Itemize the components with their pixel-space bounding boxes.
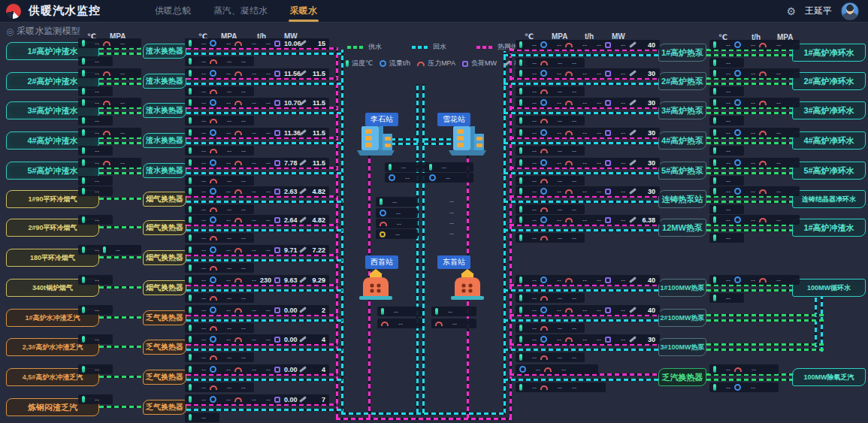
legend-label: 回水 (433, 42, 446, 52)
temp-icon (713, 99, 716, 106)
pump-node-9[interactable]: 2#100MW热泵 (658, 309, 706, 327)
legend-metric-items: 温度℃流量t/h压力MPA负荷MW标准 (346, 59, 534, 68)
readout-chip: ---- (78, 158, 141, 168)
exchanger-node-12[interactable]: 乏气换热器 (143, 370, 186, 385)
dest-node-6[interactable]: 连铸结晶器净环水 (792, 190, 866, 208)
dest-node-4[interactable]: 4#高炉净环水 (792, 131, 866, 150)
pipe-horizontal (504, 349, 658, 351)
pump-node-1[interactable]: 1#高炉热泵 (658, 44, 706, 62)
pump-node-6[interactable]: 连铸热泵站 (658, 190, 706, 208)
value: -- (235, 177, 246, 185)
readout-chip: -- (78, 86, 113, 96)
value: 4 (310, 336, 325, 343)
dest-node-5[interactable]: 5#高炉净环水 (792, 162, 866, 180)
tab-1[interactable]: 供暖总貌 (153, 0, 192, 23)
exchanger-node-10[interactable]: 乏气换热器 (143, 310, 186, 325)
row-readout: --------0.007 (185, 394, 329, 404)
exchanger-node-3[interactable]: 渣水换热器 (143, 103, 186, 118)
target-icon: ◎ (6, 26, 14, 37)
value: -- (221, 354, 231, 361)
dest-node-7[interactable]: 1#高炉冲渣水 (792, 219, 866, 237)
node-label: 1#高炉热泵 (661, 47, 703, 59)
value: -- (246, 188, 256, 195)
pump-node-11[interactable]: 乏汽换热器 (658, 368, 706, 386)
load-icon (274, 337, 280, 343)
value: -- (260, 40, 271, 47)
pipe-horizontal (186, 112, 343, 114)
value: -- (591, 99, 601, 107)
city-building-icon[interactable] (355, 123, 397, 159)
pressure-icon (565, 71, 573, 76)
pipe-horizontal (186, 142, 343, 144)
exchanger-node-13[interactable]: 乏气换热器 (143, 400, 186, 415)
value: -- (720, 234, 730, 242)
pipe-horizontal (706, 314, 824, 316)
pump-node-2[interactable]: 2#高炉热泵 (658, 72, 706, 90)
station-badge-3[interactable]: 西首站 (365, 255, 398, 269)
exchanger-node-8[interactable]: 烟气换热器 (143, 250, 186, 265)
pressure-icon (544, 367, 552, 372)
tab-2[interactable]: 蒸汽、凝结水 (212, 0, 269, 23)
pump-node-7[interactable]: 12MW热泵 (658, 219, 706, 237)
value: -- (89, 216, 99, 224)
pencil-icon (629, 216, 637, 223)
plant-building-icon[interactable] (449, 269, 485, 304)
exchanger-node-2[interactable]: 渣水换热器 (143, 74, 186, 89)
row-readout: --------2.644.82 (185, 215, 329, 225)
dest-node-1[interactable]: 1#高炉净环水 (792, 44, 866, 62)
plant-building-icon[interactable] (358, 269, 394, 304)
value: -- (720, 188, 730, 195)
pump-node-5[interactable]: 5#高炉热泵 (658, 162, 706, 180)
pressure-icon (234, 161, 242, 165)
pump-node-8[interactable]: 1#100MW热泵 (658, 279, 706, 297)
temp-icon (519, 216, 522, 223)
exchanger-node-7[interactable]: 烟气换热器 (143, 220, 186, 235)
value: -- (745, 276, 755, 284)
exchanger-node-6[interactable]: 烟气换热器 (143, 192, 186, 207)
value: -- (235, 325, 246, 332)
node-label: 渣水换热器 (146, 135, 183, 146)
temp-icon (713, 188, 716, 195)
value: -- (552, 117, 562, 125)
value: -- (576, 99, 587, 107)
pressure-icon (565, 131, 573, 135)
exchanger-node-1[interactable]: 渣水换热器 (143, 44, 186, 59)
row-readout: ----------6.38 (516, 215, 660, 225)
pump-node-3[interactable]: 3#高炉热泵 (658, 101, 706, 119)
exchanger-node-11[interactable]: 乏气换热器 (143, 340, 186, 355)
pressure-icon (234, 131, 242, 135)
station-badge-2[interactable]: 雪花站 (437, 113, 470, 126)
exchanger-node-4[interactable]: 渣水换热器 (143, 133, 186, 148)
value: -- (89, 188, 99, 195)
value: -- (246, 159, 256, 167)
temp-icon (189, 354, 192, 361)
node-label: 1#高炉冲渣水 (803, 222, 854, 234)
node-label: 12MW热泵 (662, 222, 703, 234)
pencil-icon (299, 246, 307, 253)
station-badge-4[interactable]: 东首站 (437, 255, 470, 269)
readout-chip: -- (78, 305, 113, 315)
tab-3[interactable]: 采暖水 (289, 0, 319, 23)
station-badge-1[interactable]: 李石站 (365, 113, 398, 126)
value: -- (526, 129, 537, 137)
temp-icon (713, 117, 716, 124)
readout-chip: ------ (516, 86, 585, 96)
dest-node-2[interactable]: 2#高炉净环水 (792, 72, 866, 90)
value: -- (114, 129, 125, 137)
user-name[interactable]: 王延平 (805, 5, 832, 17)
dest-node-3[interactable]: 3#高炉净环水 (792, 101, 866, 119)
value: -- (720, 99, 730, 107)
pressure-icon (234, 248, 242, 252)
exchanger-node-5[interactable]: 渣水换热器 (143, 163, 186, 178)
user-avatar[interactable] (841, 2, 859, 20)
pump-node-10[interactable]: 3#100MW热泵 (658, 338, 706, 356)
value: -- (220, 366, 231, 373)
settings-gear-icon[interactable]: ⚙ (786, 5, 796, 17)
pump-node-4[interactable]: 4#高炉热泵 (658, 131, 706, 150)
dest-node-11[interactable]: 100MW除氧乏汽 (792, 368, 866, 386)
city-building-icon[interactable] (446, 123, 488, 159)
temp-icon (713, 366, 716, 373)
dest-node-8[interactable]: 100MW循环水 (792, 279, 866, 297)
exchanger-node-9[interactable]: 烟气换热器 (143, 280, 186, 295)
node-label: 5#高炉净环水 (803, 165, 854, 177)
